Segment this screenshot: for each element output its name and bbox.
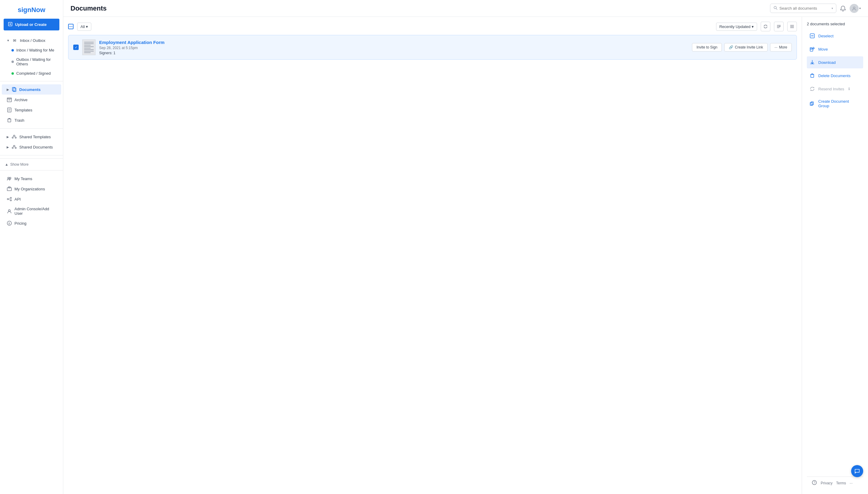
shared-documents-icon xyxy=(12,144,17,150)
sidebar-item-inbox-waiting[interactable]: Inbox / Waiting for Me xyxy=(2,45,61,55)
delete-label: Delete Documents xyxy=(818,74,851,78)
create-group-icon xyxy=(809,101,815,107)
sidebar-item-my-organizations[interactable]: My Organizations xyxy=(2,184,61,194)
svg-point-25 xyxy=(10,177,11,179)
download-action[interactable]: Download xyxy=(807,56,863,69)
sidebar-item-shared-documents[interactable]: ▶ Shared Documents xyxy=(2,142,61,152)
create-invite-link-button[interactable]: 🔗 Create Invite Link xyxy=(724,43,767,52)
delete-action[interactable]: Delete Documents xyxy=(807,70,863,82)
sidebar-item-trash[interactable]: Trash xyxy=(2,115,61,125)
documents-icon xyxy=(12,87,17,92)
more-button[interactable]: ··· More xyxy=(770,43,792,52)
svg-point-28 xyxy=(7,198,8,200)
doc-info: Employment Application Form Sep 28, 2021… xyxy=(99,40,688,55)
svg-point-29 xyxy=(10,197,12,198)
filter-bar: — All ▾ Recently Updated ▾ xyxy=(68,22,797,31)
logo-text: signNow xyxy=(18,6,45,14)
sidebar-item-templates[interactable]: Templates xyxy=(2,105,61,115)
delete-icon xyxy=(809,73,815,79)
right-panel: 2 documents selected Deselect xyxy=(802,17,868,494)
tools-section: My Teams My Organizations A xyxy=(0,172,63,230)
refresh-button[interactable] xyxy=(761,22,770,31)
topbar-right: ▾ ▾ xyxy=(770,4,861,13)
svg-rect-5 xyxy=(7,99,12,102)
sidebar-item-outbox-waiting[interactable]: Outbox / Waiting for Others xyxy=(2,55,61,69)
svg-point-21 xyxy=(15,147,16,149)
svg-point-38 xyxy=(853,7,855,9)
selected-count: 2 documents selected xyxy=(807,22,863,26)
sidebar-item-admin-console[interactable]: Admin Console/Add User xyxy=(2,204,61,218)
create-doc-group-action[interactable]: Create Document Group xyxy=(807,96,863,111)
main-area: Documents ▾ xyxy=(63,0,868,494)
green-dot-icon xyxy=(12,72,14,75)
doc-name[interactable]: Employment Application Form xyxy=(99,40,688,45)
pricing-icon: $ xyxy=(7,221,12,226)
svg-point-30 xyxy=(10,200,12,201)
page-title: Documents xyxy=(71,4,107,12)
admin-console-label: Admin Console/Add User xyxy=(15,207,56,216)
help-icon[interactable]: ? xyxy=(812,480,817,486)
expand-icon: ▼ xyxy=(7,39,10,42)
pricing-label: Pricing xyxy=(15,221,26,226)
templates-icon xyxy=(7,107,12,113)
chat-button[interactable] xyxy=(851,465,863,477)
inbox-icon: ✉ xyxy=(12,38,17,43)
all-filter-dropdown[interactable]: All ▾ xyxy=(77,23,91,31)
doc-checkbox[interactable]: ✓ xyxy=(73,44,79,50)
sidebar-item-api[interactable]: API xyxy=(2,194,61,204)
sidebar-item-shared-templates[interactable]: ▶ Shared Templates xyxy=(2,132,61,142)
notification-bell[interactable] xyxy=(840,5,846,12)
svg-point-14 xyxy=(14,135,15,137)
move-label: Move xyxy=(818,47,828,52)
sort-options-button[interactable] xyxy=(774,22,783,31)
svg-rect-48 xyxy=(810,48,812,49)
blue-dot-icon xyxy=(12,49,14,52)
sort-dropdown[interactable]: Recently Updated ▾ xyxy=(716,23,757,31)
download-icon xyxy=(809,59,815,65)
resend-info-icon: ℹ xyxy=(848,87,850,91)
avatar-circle xyxy=(850,4,858,13)
archive-icon xyxy=(7,97,12,102)
sidebar-item-pricing[interactable]: $ Pricing xyxy=(2,218,61,228)
doc-actions: Invite to Sign 🔗 Create Invite Link ··· … xyxy=(692,43,792,52)
sidebar: signNow Upload or Create ▼ ✉ Inbox / Out… xyxy=(0,0,63,494)
sidebar-item-my-teams[interactable]: My Teams xyxy=(2,173,61,184)
api-label: API xyxy=(15,197,21,202)
sidebar-item-completed[interactable]: Completed / Signed xyxy=(2,69,61,78)
content-area: — All ▾ Recently Updated ▾ xyxy=(63,17,868,494)
link-icon: 🔗 xyxy=(729,45,733,50)
move-icon xyxy=(809,46,815,52)
documents-section: ▶ Documents Archive xyxy=(0,83,63,127)
svg-rect-27 xyxy=(8,187,10,188)
view-options-button[interactable] xyxy=(787,22,797,31)
move-action[interactable]: Move xyxy=(807,43,863,55)
more-options-icon[interactable]: ··· xyxy=(850,481,853,485)
sidebar-item-documents[interactable]: ▶ Documents xyxy=(2,84,61,95)
doc-signers: Signers: 1 xyxy=(99,51,688,55)
show-more-button[interactable]: ▲ Show More xyxy=(0,160,63,168)
invite-to-sign-button[interactable]: Invite to Sign xyxy=(692,43,722,52)
more-icon: ··· xyxy=(775,45,778,50)
deselect-action[interactable]: Deselect xyxy=(807,30,863,42)
inbox-section: ▼ ✉ Inbox / Outbox Inbox / Waiting for M… xyxy=(0,34,63,79)
privacy-link[interactable]: Privacy xyxy=(821,481,832,485)
organizations-icon xyxy=(7,186,12,192)
deselect-checkbox[interactable]: — xyxy=(68,24,74,29)
search-input[interactable] xyxy=(779,6,830,11)
upload-create-button[interactable]: Upload or Create xyxy=(4,19,59,31)
sidebar-item-archive[interactable]: Archive xyxy=(2,95,61,105)
search-box[interactable]: ▾ xyxy=(770,4,836,13)
sort-chevron-icon: ▾ xyxy=(752,24,754,29)
user-avatar[interactable]: ▾ xyxy=(850,4,861,13)
expand-arrow-icon: ▶ xyxy=(7,88,9,91)
svg-point-15 xyxy=(12,137,13,138)
documents-label: Documents xyxy=(19,87,41,92)
resend-invites-action[interactable]: Resend Invites ℹ xyxy=(807,83,863,95)
my-organizations-label: My Organizations xyxy=(15,187,45,191)
sidebar-item-inbox[interactable]: ▼ ✉ Inbox / Outbox xyxy=(2,35,61,45)
deselect-label: Deselect xyxy=(818,34,834,38)
api-icon xyxy=(7,196,12,202)
svg-point-20 xyxy=(12,147,13,149)
shared-documents-label: Shared Documents xyxy=(19,145,53,149)
terms-link[interactable]: Terms xyxy=(836,481,846,485)
